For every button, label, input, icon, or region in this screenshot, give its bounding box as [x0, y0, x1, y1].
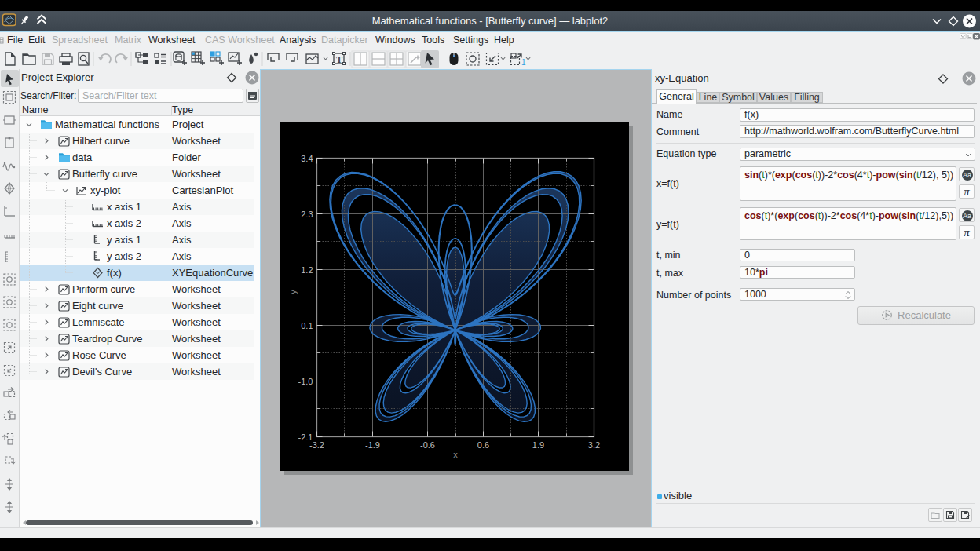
svg-text:3.4: 3.4 — [301, 154, 313, 163]
svg-text:-0.6: -0.6 — [420, 440, 435, 450]
svg-text:2.3: 2.3 — [301, 210, 313, 219]
svg-text:1.2: 1.2 — [301, 265, 313, 275]
svg-text:-1.9: -1.9 — [365, 440, 380, 450]
svg-text:-1.0: -1.0 — [298, 377, 313, 386]
svg-text:3.2: 3.2 — [588, 440, 600, 450]
svg-text:y: y — [288, 290, 298, 294]
svg-text:1.9: 1.9 — [532, 440, 544, 450]
svg-text:0.6: 0.6 — [477, 440, 489, 450]
svg-text:x: x — [453, 450, 458, 459]
svg-text:T: T — [336, 54, 342, 65]
svg-text:0.1: 0.1 — [301, 321, 313, 330]
svg-text:-3.2: -3.2 — [309, 440, 324, 450]
svg-text:1: 1 — [521, 58, 526, 67]
